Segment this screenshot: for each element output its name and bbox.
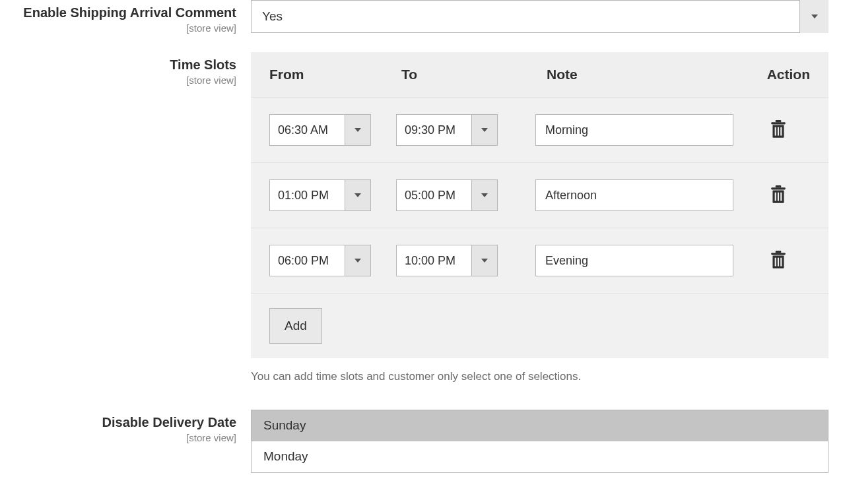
svg-rect-11 <box>780 193 782 201</box>
chevron-down-icon <box>345 114 371 146</box>
col-to-header: To <box>401 67 547 82</box>
time-slot-row: 06:00 PM 10:00 PM <box>251 228 828 294</box>
label-col: Time Slots [store view] <box>13 52 251 86</box>
svg-rect-3 <box>775 127 776 136</box>
note-input[interactable] <box>535 245 733 276</box>
field-disable-delivery-date: Disable Delivery Date [store view] Sunda… <box>13 410 830 473</box>
time-slot-row: 06:30 AM 09:30 PM <box>251 98 828 163</box>
col-from-header: From <box>269 67 401 82</box>
multiselect-option[interactable]: Monday <box>252 441 828 472</box>
note-input[interactable] <box>535 114 733 146</box>
field-time-slots: Time Slots [store view] From To Note Act… <box>13 52 830 383</box>
svg-rect-14 <box>776 251 782 253</box>
disable-date-label: Disable Delivery Date <box>13 414 236 431</box>
enable-comment-label: Enable Shipping Arrival Comment <box>13 4 236 21</box>
time-slots-label: Time Slots <box>13 56 236 73</box>
label-col: Disable Delivery Date [store view] <box>13 410 251 443</box>
add-row: Add <box>251 294 828 358</box>
trash-icon <box>770 251 787 270</box>
chevron-down-icon <box>471 245 498 276</box>
from-time-picker[interactable]: 01:00 PM <box>269 179 371 211</box>
chevron-down-icon <box>345 179 371 211</box>
label-col: Enable Shipping Arrival Comment [store v… <box>13 0 251 34</box>
scope-hint: [store view] <box>13 432 236 443</box>
col-action-header: Action <box>744 67 810 82</box>
col-note-header: Note <box>547 67 744 82</box>
svg-rect-4 <box>778 127 779 136</box>
note-input[interactable] <box>535 179 733 211</box>
from-time-picker[interactable]: 06:00 PM <box>269 245 371 276</box>
enable-comment-value: Yes <box>251 0 828 33</box>
chevron-down-icon <box>345 245 371 276</box>
svg-rect-15 <box>775 258 776 267</box>
to-time-value: 05:00 PM <box>396 179 471 211</box>
from-time-picker[interactable]: 06:30 AM <box>269 114 371 146</box>
trash-icon <box>770 120 787 140</box>
to-time-picker[interactable]: 10:00 PM <box>396 245 498 276</box>
svg-rect-5 <box>780 127 782 136</box>
chevron-down-icon <box>471 179 498 211</box>
svg-rect-16 <box>778 258 779 267</box>
to-time-picker[interactable]: 09:30 PM <box>396 114 498 146</box>
to-time-value: 09:30 PM <box>396 114 471 146</box>
from-time-value: 06:00 PM <box>269 245 345 276</box>
field-enable-shipping-comment: Enable Shipping Arrival Comment [store v… <box>13 0 830 34</box>
from-time-value: 06:30 AM <box>269 114 345 146</box>
enable-comment-select[interactable]: Yes <box>251 0 828 33</box>
svg-rect-2 <box>776 120 782 122</box>
delete-row-button[interactable] <box>767 117 790 142</box>
svg-rect-1 <box>771 122 785 124</box>
svg-rect-9 <box>775 193 776 201</box>
delete-row-button[interactable] <box>767 248 790 273</box>
time-slot-row: 01:00 PM 05:00 PM <box>251 163 828 228</box>
multiselect-option[interactable]: Sunday <box>252 410 828 441</box>
svg-rect-8 <box>776 185 782 187</box>
trash-icon <box>770 185 787 205</box>
svg-rect-10 <box>778 193 779 201</box>
delete-row-button[interactable] <box>767 183 790 208</box>
svg-rect-17 <box>780 258 782 267</box>
svg-rect-7 <box>771 187 785 189</box>
scope-hint: [store view] <box>13 75 236 86</box>
chevron-down-icon <box>471 114 498 146</box>
scope-hint: [store view] <box>13 22 236 34</box>
time-slots-table: From To Note Action 06:30 AM <box>251 52 828 358</box>
to-time-picker[interactable]: 05:00 PM <box>396 179 498 211</box>
time-slots-help: You can add time slots and customer only… <box>251 370 828 383</box>
to-time-value: 10:00 PM <box>396 245 471 276</box>
disable-date-multiselect[interactable]: Sunday Monday <box>251 410 828 473</box>
add-slot-button[interactable]: Add <box>269 308 322 344</box>
from-time-value: 01:00 PM <box>269 179 345 211</box>
svg-rect-13 <box>771 253 785 255</box>
time-slots-header: From To Note Action <box>251 52 828 98</box>
